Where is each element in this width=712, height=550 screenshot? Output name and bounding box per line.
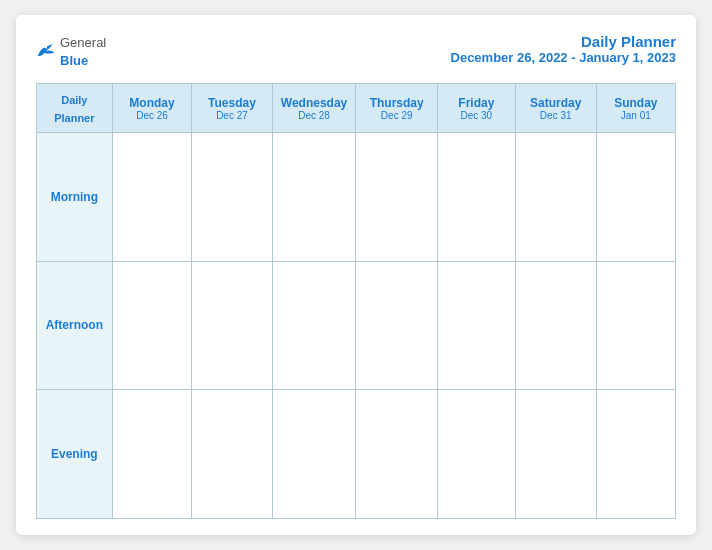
page-container: General Blue Daily Planner December 26, …: [16, 15, 696, 535]
cell-evening-monday[interactable]: [112, 390, 192, 519]
cell-afternoon-saturday[interactable]: [515, 261, 596, 390]
cell-afternoon-tuesday[interactable]: [192, 261, 272, 390]
planner-table: DailyPlanner Monday Dec 26 Tuesday Dec 2…: [36, 83, 676, 519]
col-monday-name: Monday: [117, 96, 188, 110]
header-saturday: Saturday Dec 31: [515, 84, 596, 133]
header-title: Daily Planner: [451, 33, 676, 50]
col-friday-name: Friday: [442, 96, 511, 110]
header: General Blue Daily Planner December 26, …: [36, 33, 676, 69]
col-sunday-name: Sunday: [601, 96, 671, 110]
cell-morning-monday[interactable]: [112, 133, 192, 262]
header-thursday: Thursday Dec 29: [356, 84, 437, 133]
cell-evening-sunday[interactable]: [596, 390, 675, 519]
cell-morning-saturday[interactable]: [515, 133, 596, 262]
col-thursday-name: Thursday: [360, 96, 432, 110]
table-row-evening: Evening: [37, 390, 676, 519]
logo-general: General: [60, 35, 106, 50]
header-label-text: DailyPlanner: [54, 94, 94, 124]
cell-morning-sunday[interactable]: [596, 133, 675, 262]
cell-afternoon-friday[interactable]: [437, 261, 515, 390]
cell-evening-tuesday[interactable]: [192, 390, 272, 519]
header-tuesday: Tuesday Dec 27: [192, 84, 272, 133]
cell-morning-tuesday[interactable]: [192, 133, 272, 262]
header-date-range: December 26, 2022 - January 1, 2023: [451, 50, 676, 65]
col-saturday-date: Dec 31: [520, 110, 592, 121]
cell-evening-thursday[interactable]: [356, 390, 437, 519]
cell-afternoon-wednesday[interactable]: [272, 261, 356, 390]
table-header-row: DailyPlanner Monday Dec 26 Tuesday Dec 2…: [37, 84, 676, 133]
col-sunday-date: Jan 01: [601, 110, 671, 121]
col-thursday-date: Dec 29: [360, 110, 432, 121]
header-label-cell: DailyPlanner: [37, 84, 113, 133]
cell-evening-saturday[interactable]: [515, 390, 596, 519]
col-tuesday-date: Dec 27: [196, 110, 267, 121]
logo-text: General Blue: [60, 33, 106, 69]
row-label-afternoon: Afternoon: [37, 261, 113, 390]
row-label-evening: Evening: [37, 390, 113, 519]
header-right: Daily Planner December 26, 2022 - Januar…: [451, 33, 676, 65]
logo-icon: [36, 41, 56, 61]
col-wednesday-name: Wednesday: [277, 96, 352, 110]
logo-blue: Blue: [60, 53, 88, 68]
col-saturday-name: Saturday: [520, 96, 592, 110]
header-friday: Friday Dec 30: [437, 84, 515, 133]
cell-morning-wednesday[interactable]: [272, 133, 356, 262]
col-wednesday-date: Dec 28: [277, 110, 352, 121]
cell-afternoon-thursday[interactable]: [356, 261, 437, 390]
table-row-afternoon: Afternoon: [37, 261, 676, 390]
cell-evening-wednesday[interactable]: [272, 390, 356, 519]
col-monday-date: Dec 26: [117, 110, 188, 121]
row-label-morning: Morning: [37, 133, 113, 262]
header-wednesday: Wednesday Dec 28: [272, 84, 356, 133]
col-friday-date: Dec 30: [442, 110, 511, 121]
cell-evening-friday[interactable]: [437, 390, 515, 519]
table-row-morning: Morning: [37, 133, 676, 262]
cell-afternoon-monday[interactable]: [112, 261, 192, 390]
cell-morning-thursday[interactable]: [356, 133, 437, 262]
header-sunday: Sunday Jan 01: [596, 84, 675, 133]
header-monday: Monday Dec 26: [112, 84, 192, 133]
col-tuesday-name: Tuesday: [196, 96, 267, 110]
logo: General Blue: [36, 33, 106, 69]
cell-afternoon-sunday[interactable]: [596, 261, 675, 390]
cell-morning-friday[interactable]: [437, 133, 515, 262]
